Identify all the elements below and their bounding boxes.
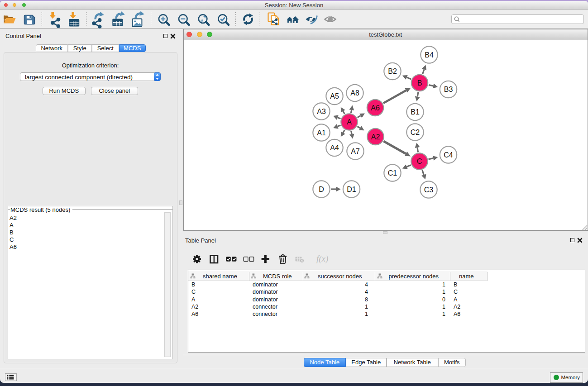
svg-text:C2: C2: [411, 128, 420, 136]
svg-text:A5: A5: [330, 92, 339, 100]
svg-text:A2: A2: [371, 133, 380, 140]
svg-text:A7: A7: [351, 147, 360, 155]
svg-text:B2: B2: [388, 67, 397, 75]
svg-text:B3: B3: [444, 86, 453, 93]
svg-text:D1: D1: [347, 185, 356, 193]
svg-text:A: A: [347, 118, 352, 126]
svg-text:B4: B4: [425, 51, 434, 58]
svg-text:C4: C4: [444, 151, 453, 158]
svg-text:C3: C3: [424, 186, 434, 193]
svg-text:A1: A1: [317, 129, 326, 136]
svg-text:C1: C1: [388, 169, 397, 176]
svg-text:B: B: [417, 79, 422, 86]
svg-text:A3: A3: [317, 107, 326, 115]
svg-text:A4: A4: [330, 144, 339, 152]
svg-text:A6: A6: [371, 104, 380, 111]
svg-text:C: C: [417, 157, 422, 165]
svg-text:B1: B1: [411, 108, 420, 116]
svg-text:D: D: [319, 185, 324, 193]
svg-text:A8: A8: [350, 89, 359, 97]
